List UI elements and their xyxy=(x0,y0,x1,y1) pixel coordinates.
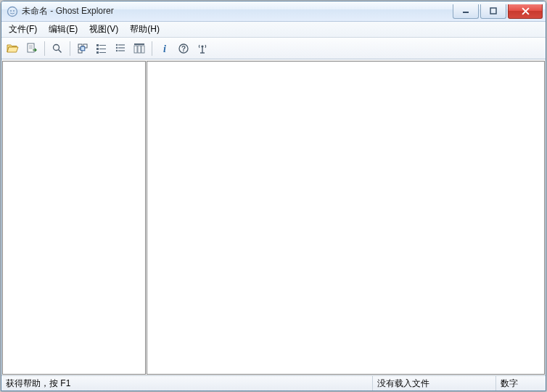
small-icons-icon xyxy=(96,43,107,54)
live-update-button[interactable] xyxy=(194,40,211,57)
svg-rect-11 xyxy=(81,46,85,51)
content-area xyxy=(1,59,546,375)
svg-point-2 xyxy=(13,10,15,12)
menu-edit[interactable]: 编辑(E) xyxy=(43,22,83,37)
toolbar-separator xyxy=(44,41,45,56)
menu-help[interactable]: 帮助(H) xyxy=(124,22,165,37)
menu-file[interactable]: 文件(F) xyxy=(3,22,43,37)
list-icon xyxy=(115,43,126,54)
svg-rect-27 xyxy=(141,46,144,53)
svg-rect-24 xyxy=(134,43,144,45)
folder-open-icon xyxy=(7,43,20,54)
svg-point-22 xyxy=(116,49,118,51)
svg-rect-3 xyxy=(463,12,469,13)
svg-point-20 xyxy=(116,46,118,48)
antenna-icon xyxy=(197,43,208,54)
view-details-button[interactable] xyxy=(131,40,148,57)
page-arrow-icon xyxy=(26,43,38,54)
about-button[interactable]: i xyxy=(156,40,173,57)
minimize-button[interactable] xyxy=(453,4,479,19)
status-help-hint: 获得帮助，按 F1 xyxy=(1,376,373,391)
status-load-state: 没有载入文件 xyxy=(373,376,496,391)
magnifier-icon xyxy=(52,43,63,54)
svg-text:?: ? xyxy=(181,45,186,53)
app-window: 未命名 - Ghost Explorer 文件(F) 编辑(E) 视图(V) 帮… xyxy=(1,1,546,391)
svg-rect-19 xyxy=(118,44,125,45)
find-button[interactable] xyxy=(49,40,66,57)
svg-rect-5 xyxy=(28,43,34,52)
view-large-icons-button[interactable] xyxy=(74,40,91,57)
svg-point-1 xyxy=(10,10,12,12)
status-bar: 获得帮助，按 F1 没有载入文件 数字 xyxy=(1,375,546,391)
svg-point-0 xyxy=(8,7,17,16)
large-icons-icon xyxy=(77,43,89,54)
list-panel[interactable] xyxy=(147,61,545,375)
svg-point-18 xyxy=(116,43,118,45)
svg-rect-4 xyxy=(490,8,496,14)
svg-text:i: i xyxy=(163,43,166,54)
svg-rect-17 xyxy=(99,52,106,53)
toolbar: i ? xyxy=(1,38,546,59)
svg-rect-13 xyxy=(99,45,106,46)
svg-rect-15 xyxy=(99,49,106,49)
help-button[interactable]: ? xyxy=(175,40,192,57)
title-bar[interactable]: 未命名 - Ghost Explorer xyxy=(1,1,546,22)
svg-rect-21 xyxy=(118,47,125,48)
svg-rect-23 xyxy=(118,50,125,51)
svg-rect-25 xyxy=(134,46,137,53)
window-controls xyxy=(453,4,543,19)
details-icon xyxy=(133,43,145,54)
view-list-button[interactable] xyxy=(112,40,129,57)
svg-line-7 xyxy=(59,49,62,52)
svg-rect-12 xyxy=(96,44,99,46)
status-num-indicator: 数字 xyxy=(496,376,546,391)
info-icon: i xyxy=(159,43,170,54)
menu-view[interactable]: 视图(V) xyxy=(83,22,124,37)
svg-rect-14 xyxy=(96,48,99,50)
window-title: 未命名 - Ghost Explorer xyxy=(22,5,114,17)
toolbar-separator xyxy=(152,41,152,56)
close-button[interactable] xyxy=(508,4,543,19)
menu-bar: 文件(F) 编辑(E) 视图(V) 帮助(H) xyxy=(1,22,546,38)
tree-panel[interactable] xyxy=(2,61,146,375)
properties-button[interactable] xyxy=(23,40,41,57)
svg-rect-16 xyxy=(96,51,99,54)
svg-rect-26 xyxy=(138,46,141,53)
help-icon: ? xyxy=(178,43,189,54)
toolbar-separator xyxy=(70,41,70,56)
open-button[interactable] xyxy=(4,40,22,57)
app-icon xyxy=(7,6,18,17)
svg-point-6 xyxy=(54,44,59,50)
maximize-button[interactable] xyxy=(480,4,506,19)
view-small-icons-button[interactable] xyxy=(93,40,110,57)
